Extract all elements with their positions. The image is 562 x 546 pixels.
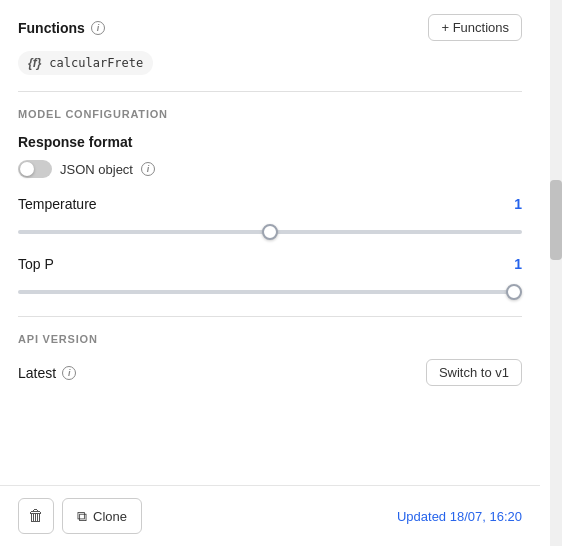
- functions-section-header: Functions i + Functions: [18, 14, 522, 41]
- model-config-section: MODEL CONFIGURATION Response format JSON…: [18, 108, 522, 298]
- functions-title-text: Functions: [18, 20, 85, 36]
- temperature-header: Temperature 1: [18, 196, 522, 212]
- temperature-value: 1: [514, 196, 522, 212]
- scrollbar-thumb[interactable]: [550, 180, 562, 260]
- clone-label: Clone: [93, 509, 127, 524]
- toggle-track: [18, 160, 52, 178]
- footer-spacer: [18, 386, 522, 446]
- top-p-slider[interactable]: [18, 290, 522, 294]
- clone-button[interactable]: ⧉ Clone: [62, 498, 142, 534]
- latest-text: Latest: [18, 365, 56, 381]
- delete-button[interactable]: 🗑: [18, 498, 54, 534]
- temperature-label: Temperature: [18, 196, 97, 212]
- response-format-title: Response format: [18, 134, 522, 150]
- json-object-toggle[interactable]: [18, 160, 52, 178]
- functions-info-icon[interactable]: i: [91, 21, 105, 35]
- footer-actions: 🗑 ⧉ Clone: [18, 498, 142, 534]
- temperature-slider[interactable]: [18, 230, 522, 234]
- json-object-info-icon[interactable]: i: [141, 162, 155, 176]
- clone-copy-icon: ⧉: [77, 508, 87, 525]
- delete-icon: 🗑: [28, 507, 44, 525]
- functions-title: Functions i: [18, 20, 105, 36]
- function-item-icon: {f}: [28, 56, 41, 70]
- top-p-header: Top P 1: [18, 256, 522, 272]
- function-item: {f} calcularFrete: [18, 51, 153, 75]
- footer: 🗑 ⧉ Clone Updated 18/07, 16:20: [0, 485, 540, 546]
- top-p-value: 1: [514, 256, 522, 272]
- top-p-row: Top P 1: [18, 256, 522, 298]
- latest-container: Latest i: [18, 365, 76, 381]
- function-item-name: calcularFrete: [49, 56, 143, 70]
- updated-text: Updated 18/07, 16:20: [397, 509, 522, 524]
- json-object-toggle-row: JSON object i: [18, 160, 522, 178]
- add-functions-label: + Functions: [441, 20, 509, 35]
- scrollbar-track[interactable]: [550, 0, 562, 546]
- model-config-label: MODEL CONFIGURATION: [18, 108, 522, 120]
- temperature-row: Temperature 1: [18, 196, 522, 238]
- divider-2: [18, 316, 522, 317]
- json-object-label: JSON object: [60, 162, 133, 177]
- api-version-label: API VERSION: [18, 333, 522, 345]
- api-version-row: Latest i Switch to v1: [18, 359, 522, 386]
- api-version-section: API VERSION Latest i Switch to v1: [18, 333, 522, 386]
- switch-btn-label: Switch to v1: [439, 365, 509, 380]
- divider-1: [18, 91, 522, 92]
- top-p-label: Top P: [18, 256, 54, 272]
- api-version-info-icon[interactable]: i: [62, 366, 76, 380]
- switch-to-v1-button[interactable]: Switch to v1: [426, 359, 522, 386]
- toggle-thumb: [20, 162, 34, 176]
- add-functions-button[interactable]: + Functions: [428, 14, 522, 41]
